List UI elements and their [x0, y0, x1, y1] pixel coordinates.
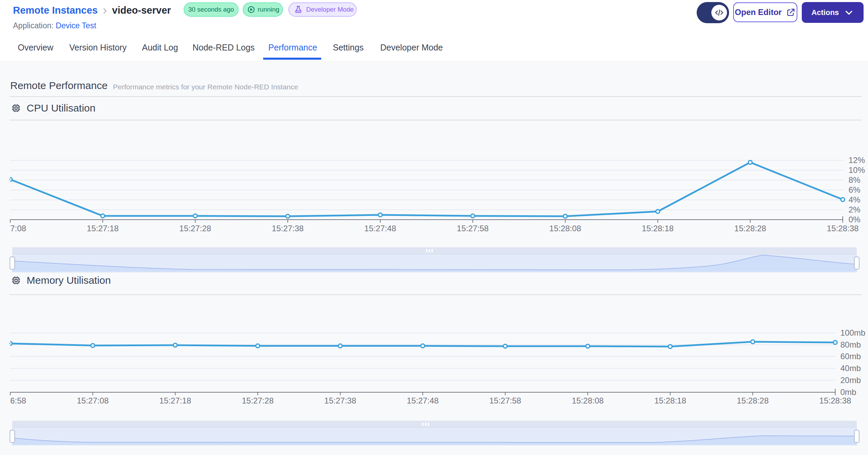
svg-text:15:27:48: 15:27:48 — [364, 224, 396, 233]
svg-text:15:28:08: 15:28:08 — [549, 224, 581, 233]
svg-text:15:27:38: 15:27:38 — [272, 224, 303, 233]
svg-text:15:27:28: 15:27:28 — [179, 224, 211, 233]
svg-text:6:58: 6:58 — [10, 396, 26, 405]
svg-text:10%: 10% — [849, 165, 865, 175]
svg-text:15:28:38: 15:28:38 — [819, 396, 851, 405]
svg-text:40mb: 40mb — [840, 364, 861, 373]
svg-text:7:08: 7:08 — [10, 224, 26, 233]
svg-text:15:27:28: 15:27:28 — [242, 396, 273, 405]
svg-text:15:27:58: 15:27:58 — [489, 396, 521, 405]
svg-text:15:28:28: 15:28:28 — [734, 224, 766, 233]
svg-text:6%: 6% — [849, 185, 860, 194]
svg-text:15:28:18: 15:28:18 — [642, 224, 673, 233]
svg-text:100mb: 100mb — [840, 328, 865, 337]
svg-text:15:28:28: 15:28:28 — [737, 396, 769, 405]
svg-text:8%: 8% — [849, 175, 860, 185]
svg-text:2%: 2% — [849, 205, 860, 214]
svg-text:15:28:18: 15:28:18 — [654, 396, 686, 405]
svg-text:60mb: 60mb — [840, 352, 861, 361]
svg-text:15:28:38: 15:28:38 — [827, 224, 858, 233]
svg-text:4%: 4% — [849, 195, 860, 204]
svg-text:15:27:48: 15:27:48 — [407, 396, 439, 405]
svg-text:0mb: 0mb — [840, 387, 856, 397]
svg-text:15:27:58: 15:27:58 — [457, 224, 488, 233]
svg-text:15:27:18: 15:27:18 — [87, 224, 118, 233]
svg-text:15:27:08: 15:27:08 — [77, 396, 109, 405]
svg-text:20mb: 20mb — [840, 376, 861, 385]
svg-text:12%: 12% — [849, 156, 865, 165]
svg-text:15:28:08: 15:28:08 — [572, 396, 603, 405]
svg-text:15:27:18: 15:27:18 — [159, 396, 191, 405]
svg-text:15:27:38: 15:27:38 — [324, 396, 356, 405]
svg-text:80mb: 80mb — [840, 340, 861, 349]
svg-text:0%: 0% — [849, 215, 860, 224]
